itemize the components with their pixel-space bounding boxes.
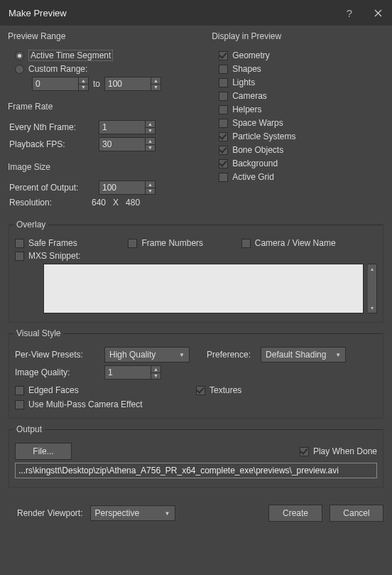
preference-label: Preference: [207,350,251,360]
check-display-helpers[interactable] [219,105,228,114]
check-display-bone-objects[interactable] [219,146,228,155]
display-item-label: Background [232,158,278,168]
safe-frames-label: Safe Frames [28,238,77,248]
output-legend: Output [13,424,45,434]
display-item-label: Helpers [232,104,261,114]
playback-fps-input[interactable] [99,137,146,151]
frame-numbers-label: Frame Numbers [141,238,203,248]
custom-range-from-input[interactable] [32,77,79,91]
frame-rate-group: Frame Rate Every Nth Frame: ▲▼ Playback … [9,100,207,159]
check-display-space-warps[interactable] [219,119,228,128]
display-item-label: Geometry [232,50,270,60]
bottom-bar: Render Viewport: Perspective ▼ Create Ca… [0,498,392,530]
render-viewport-label: Render Viewport: [17,508,83,518]
per-view-presets-dropdown[interactable]: High Quality ▼ [104,347,190,362]
range-to-label: to [93,79,100,89]
preference-value: Default Shading [266,350,335,360]
display-item-label: Shapes [232,64,261,74]
radio-active-time-segment[interactable] [15,51,24,60]
render-viewport-value: Perspective [95,508,165,518]
display-item-label: Bone Objects [232,145,283,155]
check-display-cameras[interactable] [219,92,228,101]
close-button[interactable] [364,0,392,26]
preview-range-legend: Preview Range [8,30,65,43]
textures-label: Textures [209,385,241,395]
custom-range-to[interactable]: ▲▼ [104,77,161,91]
spinner-arrows[interactable]: ▲▼ [151,77,161,91]
mxs-scrollbar[interactable]: ▴▾ [368,264,377,313]
preview-range-group: Preview Range Active Time Segment Custom… [9,30,207,99]
render-viewport-dropdown[interactable]: Perspective ▼ [90,505,175,521]
file-button[interactable]: File... [15,443,72,460]
display-item-label: Cameras [232,91,267,101]
check-edged-faces[interactable] [15,386,24,395]
resolution-label: Resolution: [9,198,87,208]
overlay-legend: Overlay [13,220,48,230]
window-title: Make Preview [9,8,67,18]
check-display-active-grid[interactable] [219,173,228,182]
check-display-lights[interactable] [219,78,228,87]
check-display-particle-systems[interactable] [219,132,228,141]
custom-range-to-input[interactable] [104,77,151,91]
check-safe-frames[interactable] [15,239,24,248]
resolution-height: 480 [126,198,140,208]
visual-style-legend: Visual Style [13,328,63,338]
per-view-presets-value: High Quality [109,350,179,360]
check-display-geometry[interactable] [219,51,228,60]
mxs-snippet-input[interactable] [43,264,364,313]
percent-output-label: Percent of Output: [9,183,94,193]
preference-dropdown[interactable]: Default Shading ▼ [261,347,346,362]
check-frame-numbers[interactable] [128,239,137,248]
playback-fps-spinner[interactable]: ▲▼ [99,137,156,151]
display-item-label: Active Grid [232,172,274,182]
percent-output-input[interactable] [99,181,146,195]
play-when-done-label: Play When Done [313,446,377,456]
output-path-input[interactable] [15,463,377,478]
display-item-label: Particle Systems [232,131,295,141]
camera-view-name-label: Camera / View Name [255,238,336,248]
check-camera-view-name[interactable] [241,239,251,248]
check-textures[interactable] [196,386,205,395]
check-display-shapes[interactable] [219,65,228,74]
check-multi-pass[interactable] [15,400,24,409]
create-button[interactable]: Create [268,505,322,522]
chevron-down-icon: ▼ [179,352,185,358]
overlay-group: Overlay Safe Frames Frame Numbers Camera… [9,220,383,323]
custom-range-from[interactable]: ▲▼ [32,77,89,91]
every-nth-label: Every Nth Frame: [9,122,94,132]
titlebar: Make Preview ? [0,0,392,26]
image-quality-input[interactable] [104,365,151,380]
spinner-arrows[interactable]: ▲▼ [146,181,156,195]
per-view-presets-label: Per-View Presets: [15,350,100,360]
every-nth-input[interactable] [99,120,146,134]
edged-faces-label: Edged Faces [28,385,79,395]
radio-custom-range[interactable] [15,65,24,74]
output-group: Output File... Play When Done [9,424,383,488]
active-time-segment-label: Active Time Segment [28,50,113,61]
visual-style-group: Visual Style Per-View Presets: High Qual… [9,328,383,419]
chevron-down-icon: ▼ [165,510,170,517]
percent-output-spinner[interactable]: ▲▼ [99,181,156,195]
image-size-group: Image Size Percent of Output: ▲▼ Resolut… [9,161,207,215]
image-size-legend: Image Size [8,161,50,173]
help-button[interactable]: ? [335,0,364,26]
image-quality-label: Image Quality: [15,367,100,377]
display-item-label: Space Warps [232,118,283,128]
multi-pass-label: Use Multi-Pass Camera Effect [28,399,143,409]
image-quality-spinner[interactable]: ▲▼ [104,365,161,380]
check-play-when-done[interactable] [300,447,309,456]
check-mxs-snippet[interactable] [15,252,24,261]
cancel-button[interactable]: Cancel [330,505,383,522]
resolution-width: 640 [92,198,106,208]
frame-rate-legend: Frame Rate [8,100,53,113]
close-icon [374,9,382,17]
display-in-preview-group: Display in Preview GeometryShapesLightsC… [212,30,383,190]
check-display-background[interactable] [219,159,228,168]
chevron-down-icon: ▼ [335,352,341,358]
spinner-arrows[interactable]: ▲▼ [146,137,156,151]
spinner-arrows[interactable]: ▲▼ [151,365,161,380]
every-nth-spinner[interactable]: ▲▼ [99,120,156,134]
spinner-arrows[interactable]: ▲▼ [79,77,89,91]
spinner-arrows[interactable]: ▲▼ [146,120,156,134]
playback-fps-label: Playback FPS: [9,139,94,149]
